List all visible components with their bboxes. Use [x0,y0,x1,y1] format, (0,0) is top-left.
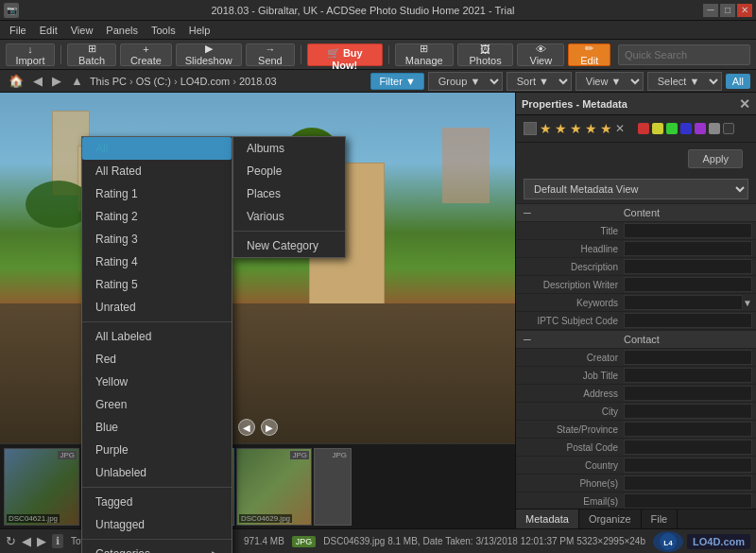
batch-button[interactable]: ⊞ Batch [67,43,116,66]
minimize-button[interactable]: ─ [703,4,718,17]
keywords-expand[interactable]: ▼ [743,298,752,308]
star-5[interactable]: ★ [600,121,612,136]
menu-file[interactable]: File [4,23,32,38]
iptc-input-address[interactable] [624,386,752,401]
star-4[interactable]: ★ [585,121,597,136]
iptc-input-headline[interactable] [624,241,752,256]
iptc-input-subject-code[interactable] [624,313,752,328]
metadata-view-select[interactable]: Default Metadata View [524,179,748,199]
all-filter-badge[interactable]: All [726,74,750,89]
filter-item-green[interactable]: Green [82,393,232,416]
sub-item-various[interactable]: Various [233,205,345,228]
create-button[interactable]: + Create [120,43,171,66]
iptc-input-email[interactable] [624,493,752,509]
color-dot-purple[interactable] [695,123,706,134]
breadcrumb-c[interactable]: OS (C:) [136,76,171,87]
color-dot-black[interactable] [723,123,734,134]
star-2[interactable]: ★ [555,121,567,136]
iptc-input-city[interactable] [624,404,752,419]
color-dot-blue[interactable] [680,123,692,134]
iptc-input-creator[interactable] [624,350,752,365]
nav-forward-button[interactable]: ▶ [49,73,64,89]
nav-next-button[interactable]: ▶ [261,419,278,436]
iptc-input-country[interactable] [624,458,752,473]
tab-metadata[interactable]: Metadata [516,510,579,528]
breadcrumb-lo4d[interactable]: LO4D.com [180,76,231,87]
tab-file[interactable]: File [642,510,679,528]
color-dot-red[interactable] [638,123,649,134]
filter-item-purple[interactable]: Purple [82,439,232,461]
rating-checkbox[interactable] [524,122,537,135]
star-1[interactable]: ★ [540,121,552,136]
breadcrumb-pc[interactable]: This PC [90,76,127,87]
status-info-button[interactable]: ℹ [52,534,63,548]
group-dropdown[interactable]: Group ▼ [428,72,503,91]
status-next-button[interactable]: ▶ [37,534,46,548]
nav-up-button[interactable]: ▲ [68,73,86,89]
filter-item-all[interactable]: All [82,137,232,160]
props-close-button[interactable]: ✕ [739,96,750,112]
filter-item-rating-4[interactable]: Rating 4 [82,251,232,273]
sub-item-people[interactable]: People [233,160,345,182]
iptc-input-desc-writer[interactable] [624,277,752,292]
color-dot-yellow[interactable] [652,123,663,134]
iptc-input-title[interactable] [624,223,752,238]
edit-button[interactable]: ✏ Edit [568,43,610,66]
nav-home-button[interactable]: 🏠 [6,73,26,89]
slideshow-button[interactable]: ▶ Slideshow [176,43,242,66]
send-button[interactable]: → Send [246,43,295,66]
manage-button[interactable]: ⊞ Manage [395,43,454,66]
buy-button[interactable]: 🛒 Buy Now! [307,43,383,66]
iptc-collapse-content[interactable]: ─ [524,207,531,218]
filter-item-blue[interactable]: Blue [82,416,232,439]
select-dropdown[interactable]: Select ▼ [647,72,722,91]
sub-item-places[interactable]: Places [233,182,345,205]
filter-item-rating-2[interactable]: Rating 2 [82,205,232,228]
filter-button[interactable]: Filter ▼ [370,73,423,90]
filter-item-rating-5[interactable]: Rating 5 [82,273,232,296]
quick-search-input[interactable] [618,44,750,65]
sub-item-new-category[interactable]: New Category [233,234,345,257]
filter-item-categories[interactable]: Categories [82,543,232,553]
nav-prev-button[interactable]: ◀ [238,419,255,436]
sort-dropdown[interactable]: Sort ▼ [507,72,572,91]
filter-item-tagged[interactable]: Tagged [82,491,232,513]
iptc-input-state[interactable] [624,422,752,437]
sub-item-albums[interactable]: Albums [233,137,345,160]
view-dropdown[interactable]: View ▼ [576,72,644,91]
view-button[interactable]: 👁 View [517,43,564,66]
star-3[interactable]: ★ [570,121,582,136]
close-button[interactable]: ✕ [737,4,752,17]
filter-item-yellow[interactable]: Yellow [82,371,232,393]
thumb-item-partial[interactable]: JPG [314,448,352,526]
filter-item-untagged[interactable]: Untagged [82,513,232,536]
filter-item-all-rated[interactable]: All Rated [82,160,232,182]
filter-item-unrated[interactable]: Unrated [82,296,232,319]
thumb-item-1[interactable]: JPG DSC04621.jpg [4,448,79,526]
menu-panels[interactable]: Panels [100,23,144,38]
apply-button[interactable]: Apply [688,149,743,168]
filter-item-rating-3[interactable]: Rating 3 [82,228,232,251]
breadcrumb-folder[interactable]: 2018.03 [239,76,277,87]
nav-back-button[interactable]: ◀ [30,73,45,89]
status-prev-button[interactable]: ◀ [22,534,31,548]
iptc-input-keywords[interactable] [624,295,743,310]
iptc-collapse-contact[interactable]: ─ [524,334,531,345]
menu-view[interactable]: View [65,23,99,38]
status-refresh-button[interactable]: ↻ [6,534,16,548]
iptc-input-postal[interactable] [624,440,752,455]
tab-organize[interactable]: Organize [579,510,642,528]
maximize-button[interactable]: □ [720,4,735,17]
filter-item-unlabeled[interactable]: Unlabeled [82,461,232,484]
filter-item-rating-1[interactable]: Rating 1 [82,182,232,205]
color-dot-green[interactable] [666,123,678,134]
color-dot-gray[interactable] [709,123,720,134]
menu-help[interactable]: Help [183,23,216,38]
iptc-input-phone[interactable] [624,475,752,491]
iptc-input-job-title[interactable] [624,368,752,383]
menu-tools[interactable]: Tools [146,23,181,38]
thumb-item-4[interactable]: JPG DSC04629.jpg [236,448,312,526]
import-button[interactable]: ↓ Import [6,43,55,66]
menu-edit[interactable]: Edit [34,23,63,38]
filter-item-all-labeled[interactable]: All Labeled [82,325,232,348]
